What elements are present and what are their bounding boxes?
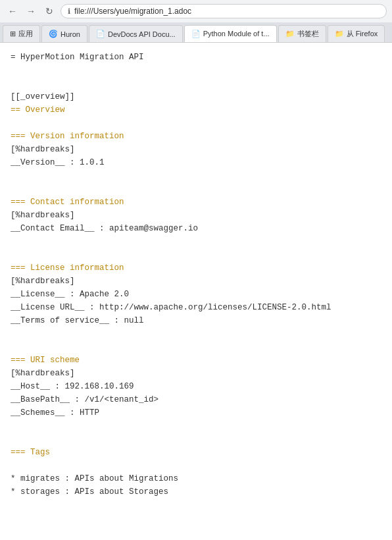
address-text: file:///Users/yue/migration_1.adoc [74,7,191,16]
tab-apps-label: 应用 [18,29,33,39]
tab-huron-label: Huron [61,30,80,38]
content-line [11,169,381,182]
content-line: * storages : APIs about Storages [11,485,381,499]
tab-devdocs-label: DevDocs API Docu... [108,30,176,38]
content-line [11,525,381,538]
content-line [11,499,381,512]
reload-button[interactable]: ↻ [42,4,57,18]
address-icon: ℹ [68,7,70,16]
content-line: [[_overview]] [11,90,381,103]
python-icon: 📄 [191,30,201,38]
content-line: === URI scheme [11,354,381,367]
forward-button[interactable]: → [24,4,38,18]
content-line: __Terms of service__ : null [11,314,381,327]
content-line [11,433,381,446]
content-line: __Host__ : 192.168.10.169 [11,380,381,393]
tab-firefox-label: 从 Firefox [347,29,378,39]
content-line: === Version information [11,130,381,143]
content-line: * migrates : APIs about Migrations [11,472,381,485]
tab-firefox[interactable]: 📁 从 Firefox [328,25,385,42]
content-line [11,235,381,248]
content-line [11,77,381,90]
browser-chrome: ← → ↻ ℹ file:///Users/yue/migration_1.ad… [0,0,392,43]
content-line: === Contact information [11,196,381,209]
tab-devdocs[interactable]: 📄 DevDocs API Docu... [89,25,183,42]
content-area: = HyperMotion Migration API [[_overview]… [0,43,392,540]
content-line: [%hardbreaks] [11,209,381,222]
back-button[interactable]: ← [5,4,20,18]
content-line [11,459,381,472]
tab-huron[interactable]: 🌀 Huron [41,25,87,42]
content-line: __License__ : Apache 2.0 [11,288,381,301]
content-line [11,182,381,196]
tab-bookmarks-label: 书签栏 [297,29,319,39]
tab-python-label: Python Module of t... [203,30,270,38]
content-line: === License information [11,261,381,275]
firefox-icon: 📁 [335,30,344,38]
content-line: __BasePath__ : /v1/<tenant_id> [11,393,381,406]
content-line [11,327,381,340]
content-line: === Tags [11,446,381,459]
content-line: __Schemes__ : HTTP [11,406,381,419]
content-line: __Version__ : 1.0.1 [11,156,381,169]
content-line [11,419,381,433]
content-line: [%hardbreaks] [11,143,381,156]
content-line: __License URL__ : http://www.apache.org/… [11,301,381,314]
devdocs-icon: 📄 [96,30,105,38]
bookmarks-icon: 📁 [285,30,295,38]
tab-bookmarks[interactable]: 📁 书签栏 [278,25,326,42]
tab-apps[interactable]: ⊞ 应用 [3,25,40,42]
content-line: = HyperMotion Migration API [11,51,381,64]
content-line: [%hardbreaks] [11,275,381,288]
content-line: [%hardbreaks] [11,367,381,380]
apps-icon: ⊞ [10,30,16,38]
content-line [11,512,381,525]
tab-python[interactable]: 📄 Python Module of t... [184,25,277,42]
tabs-bar: ⊞ 应用 🌀 Huron 📄 DevDocs API Docu... 📄 Pyt… [0,22,392,42]
content-line [11,117,381,130]
content-line [11,64,381,77]
address-bar[interactable]: ℹ file:///Users/yue/migration_1.adoc [61,4,387,18]
content-line [11,340,381,354]
content-line: __Contact Email__ : apiteam@swagger.io [11,222,381,235]
nav-bar: ← → ↻ ℹ file:///Users/yue/migration_1.ad… [0,0,392,22]
huron-icon: 🌀 [49,30,58,38]
content-line [11,248,381,261]
content-line: == Overview [11,103,381,117]
